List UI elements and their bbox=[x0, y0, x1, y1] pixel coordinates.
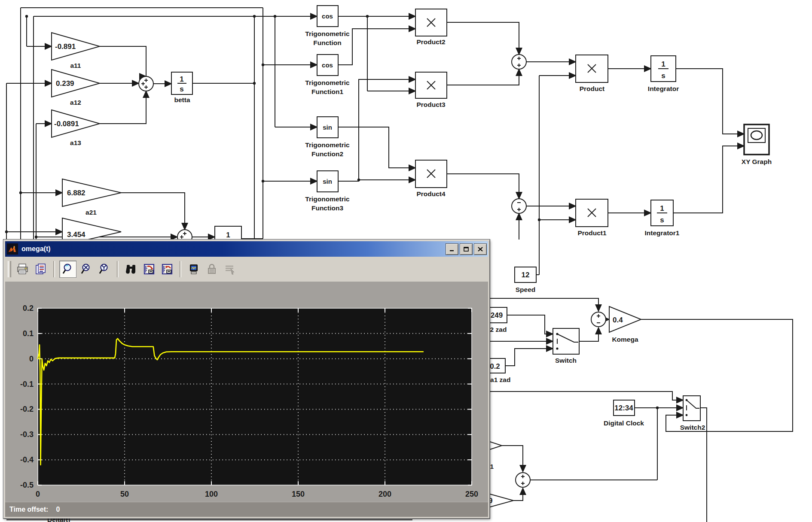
integrator-betta-block[interactable]: 1 s betta bbox=[171, 72, 192, 103]
sum-komega-block[interactable] bbox=[591, 312, 606, 327]
svg-text:Product3: Product3 bbox=[416, 101, 446, 108]
zoom-icon[interactable] bbox=[59, 261, 76, 278]
trig-function-block[interactable]: cos Trigonometric Function bbox=[305, 6, 350, 46]
svg-text:1: 1 bbox=[180, 75, 183, 83]
svg-text:Product: Product bbox=[580, 85, 605, 92]
simulink-model-canvas: -0.891 a11 0.239 a12 -0.0891 a13 6.882 a… bbox=[0, 0, 812, 522]
svg-text:0.2: 0.2 bbox=[23, 304, 34, 313]
trig-function2-block[interactable]: sin Trigonometric Function2 bbox=[305, 117, 350, 158]
restore-axes-icon[interactable] bbox=[159, 261, 175, 277]
svg-text:-0.891: -0.891 bbox=[55, 42, 76, 51]
svg-text:0.239: 0.239 bbox=[56, 79, 74, 88]
svg-text:Trigonometric: Trigonometric bbox=[305, 30, 350, 37]
gain-a21-block[interactable]: 6.882 a21 bbox=[62, 179, 121, 216]
svg-text:150: 150 bbox=[292, 490, 305, 498]
gain-a11-block[interactable]: -0.891 a11 bbox=[52, 33, 100, 69]
svg-text:-0.1: -0.1 bbox=[20, 380, 34, 388]
toolbar-grip[interactable] bbox=[8, 261, 11, 277]
product-block[interactable]: Product bbox=[576, 55, 608, 92]
parameters-icon[interactable] bbox=[33, 261, 49, 277]
svg-text:1: 1 bbox=[660, 204, 664, 212]
sum-product1-block[interactable] bbox=[512, 199, 526, 213]
svg-text:50: 50 bbox=[120, 490, 129, 498]
svg-text:Integrator: Integrator bbox=[648, 85, 679, 92]
print-icon[interactable] bbox=[15, 261, 31, 277]
lock-axes-icon[interactable] bbox=[204, 261, 220, 277]
svg-text:sin: sin bbox=[323, 178, 332, 185]
close-button[interactable] bbox=[474, 243, 487, 255]
product2-block[interactable]: Product2 bbox=[415, 9, 447, 46]
svg-text:-0.4: -0.4 bbox=[20, 455, 34, 464]
svg-text:-0.5: -0.5 bbox=[20, 481, 34, 489]
svg-text:Function: Function bbox=[313, 39, 341, 46]
floating-scope-icon[interactable] bbox=[186, 261, 202, 277]
integrator1-block[interactable]: 1 s Integrator1 bbox=[645, 200, 680, 237]
svg-text:Function2: Function2 bbox=[311, 150, 343, 158]
svg-text:1: 1 bbox=[661, 60, 665, 68]
svg-text:Digital Clock: Digital Clock bbox=[604, 419, 644, 427]
speed-constant-block[interactable]: 12 Speed bbox=[515, 267, 536, 293]
product1-block[interactable]: Product1 bbox=[576, 199, 608, 237]
trig-function1-block[interactable]: cos Trigonometric Function1 bbox=[305, 55, 350, 95]
digital-clock-block[interactable]: 12:34 Digital Clock bbox=[604, 400, 644, 427]
svg-text:sin: sin bbox=[323, 124, 332, 131]
svg-text:Trigonometric: Trigonometric bbox=[305, 195, 350, 203]
switch-block[interactable]: Switch bbox=[553, 328, 579, 364]
scope-title-bar[interactable]: omega(t) bbox=[5, 241, 488, 257]
svg-text:XY Graph: XY Graph bbox=[742, 158, 772, 165]
svg-text:a11: a11 bbox=[70, 62, 81, 69]
scope-plot: 0.20.10-0.1-0.2-0.3-0.4-0.50501001502002… bbox=[5, 282, 488, 502]
svg-text:Integrator1: Integrator1 bbox=[645, 229, 680, 237]
svg-text:12: 12 bbox=[522, 271, 530, 279]
scope-window: omega(t) bbox=[3, 240, 490, 519]
svg-text:Komega: Komega bbox=[612, 336, 638, 343]
minimize-button[interactable] bbox=[446, 243, 458, 255]
svg-text:-0.0891: -0.0891 bbox=[54, 120, 79, 128]
svg-text:0.1: 0.1 bbox=[23, 329, 34, 338]
svg-text:Function1: Function1 bbox=[311, 88, 343, 95]
matlab-logo-icon bbox=[7, 243, 18, 255]
svg-text:200: 200 bbox=[379, 490, 391, 498]
svg-text:s: s bbox=[180, 85, 183, 93]
maximize-button[interactable] bbox=[460, 243, 473, 255]
integrator-block[interactable]: 1 s Integrator bbox=[648, 56, 679, 92]
svg-text:a13: a13 bbox=[70, 139, 81, 146]
sum-betta-block[interactable] bbox=[139, 76, 153, 91]
autoscale-binoculars-icon[interactable] bbox=[123, 261, 139, 277]
switch2-block[interactable]: Switch2 bbox=[680, 396, 705, 431]
toolbar-separator bbox=[117, 261, 119, 277]
svg-text:ga1 zad: ga1 zad bbox=[486, 376, 511, 383]
sum-product-block[interactable] bbox=[512, 55, 526, 69]
svg-text:Function3: Function3 bbox=[311, 204, 343, 212]
svg-text:a21: a21 bbox=[85, 209, 97, 216]
svg-text:250: 250 bbox=[465, 490, 478, 498]
gain-a12-block[interactable]: 0.239 a12 bbox=[52, 70, 100, 106]
xy-graph-block[interactable]: XY Graph bbox=[742, 124, 772, 165]
zoom-x-icon[interactable] bbox=[78, 261, 95, 277]
product4-block[interactable]: Product4 bbox=[415, 160, 447, 197]
scope-toolbar bbox=[5, 257, 488, 282]
svg-text:0.2: 0.2 bbox=[490, 362, 500, 370]
gain-a13-block[interactable]: -0.0891 a13 bbox=[52, 110, 100, 146]
time-offset-label: Time offset: bbox=[9, 506, 48, 513]
svg-text:Product2: Product2 bbox=[416, 38, 445, 46]
zoom-y-icon[interactable] bbox=[96, 261, 113, 277]
svg-text:s: s bbox=[661, 72, 665, 80]
sum-psi-block[interactable] bbox=[516, 473, 530, 487]
svg-text:a12: a12 bbox=[70, 99, 81, 106]
save-axes-icon[interactable] bbox=[141, 261, 157, 277]
trig-function3-block[interactable]: sin Trigonometric Function3 bbox=[305, 171, 350, 212]
svg-text:cos: cos bbox=[322, 12, 333, 20]
svg-text:Product4: Product4 bbox=[416, 190, 446, 197]
svg-text:Switch: Switch bbox=[555, 357, 577, 364]
svg-text:betta: betta bbox=[174, 96, 190, 103]
svg-text:6.882: 6.882 bbox=[67, 189, 85, 197]
svg-text:-0.2: -0.2 bbox=[20, 405, 34, 413]
svg-text:0: 0 bbox=[36, 490, 40, 498]
gain-komega-block[interactable]: 0.4 Komega bbox=[609, 307, 641, 343]
toolbar-separator bbox=[53, 261, 55, 277]
product3-block[interactable]: Product3 bbox=[415, 72, 447, 108]
signal-selection-icon[interactable] bbox=[222, 261, 238, 277]
time-offset-value: 0 bbox=[56, 506, 60, 513]
svg-text:Product1: Product1 bbox=[577, 229, 607, 237]
